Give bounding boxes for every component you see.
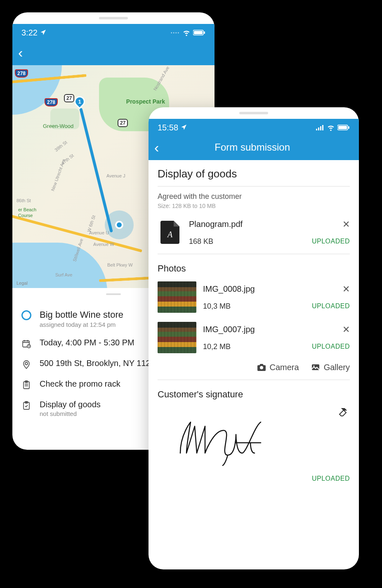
file-name: Planogram.pdf — [189, 220, 243, 229]
svg-point-5 — [25, 362, 28, 365]
wifi-icon — [327, 123, 335, 132]
camera-label: Camera — [270, 363, 299, 372]
map-legal-link[interactable]: Legal — [17, 281, 28, 286]
file-row-pdf: A Planogram.pdf ✕ 168 KB UPLOADED — [158, 215, 350, 254]
back-icon[interactable]: ‹ — [154, 140, 159, 154]
street-label: Course — [18, 213, 33, 218]
hwy-shield: 27 — [118, 119, 128, 127]
signature-drawing — [174, 414, 290, 468]
location-arrow-icon — [181, 123, 187, 132]
gallery-button[interactable]: Gallery — [311, 362, 350, 372]
camera-button[interactable]: Camera — [257, 362, 299, 372]
status-circle-icon — [21, 310, 31, 320]
header-bar: ‹ Form submission — [149, 136, 359, 160]
signature-heading: Customer's signature — [158, 389, 350, 400]
svg-rect-10 — [316, 129, 317, 130]
clipboard-icon — [21, 379, 32, 390]
svg-rect-1 — [194, 31, 203, 34]
status-bar: 15:58 — [149, 119, 359, 136]
wifi-icon — [182, 28, 191, 37]
street-label: 86th St — [17, 198, 31, 203]
location-arrow-icon — [40, 28, 47, 38]
notch-bar — [12, 12, 215, 24]
status-time: 3:22 — [21, 28, 38, 38]
svg-text:A: A — [167, 230, 173, 239]
svg-rect-15 — [338, 126, 347, 129]
signature-area[interactable] — [158, 405, 350, 475]
svg-rect-13 — [322, 125, 323, 130]
calendar-icon — [21, 338, 32, 349]
pin-icon — [21, 359, 32, 369]
field-label-agree: Agreed with the customer — [158, 192, 350, 201]
file-size: 10,2 MB — [203, 342, 231, 351]
street-label: er Beach — [18, 207, 36, 212]
upload-status: UPLOADED — [312, 343, 350, 350]
checklist-icon — [21, 400, 32, 411]
hwy-shield: 278 — [45, 98, 58, 106]
svg-point-18 — [260, 366, 263, 369]
upload-status: UPLOADED — [312, 238, 350, 245]
svg-rect-11 — [318, 128, 319, 130]
pdf-icon: A — [158, 217, 182, 247]
map-pin[interactable]: 1 — [72, 94, 87, 109]
header-bar: ‹ — [12, 41, 215, 65]
photo-row: IMG_0007.jpg ✕ 10,2 MB UPLOADED — [158, 319, 350, 360]
upload-status: UPLOADED — [158, 475, 350, 482]
photo-row: IMG_0008.jpg ✕ 10,3 MB UPLOADED — [158, 279, 350, 319]
file-name: IMG_0007.jpg — [203, 325, 255, 334]
battery-icon — [337, 125, 350, 130]
form-body: Display of goods Agreed with the custome… — [149, 160, 359, 490]
phone-right: 15:58 ‹ Form submission Display of goods… — [149, 107, 359, 569]
svg-rect-16 — [348, 126, 349, 129]
notch-bar — [149, 107, 359, 119]
form-title: Display of goods — [158, 168, 350, 180]
upload-status: UPLOADED — [312, 302, 350, 310]
route-line — [79, 108, 113, 232]
svg-rect-12 — [320, 126, 321, 130]
file-name: IMG_0008.jpg — [203, 284, 255, 294]
remove-file-icon[interactable]: ✕ — [342, 324, 350, 335]
status-bar: 3:22 •••• — [12, 24, 215, 41]
street-label: Surf Ave — [55, 272, 72, 277]
street-label: Belt Pkwy W — [107, 262, 133, 267]
cellular-dots-icon: •••• — [171, 31, 180, 35]
photos-heading: Photos — [158, 263, 350, 274]
battery-icon — [193, 30, 205, 35]
file-size: 10,3 MB — [203, 302, 231, 311]
remove-file-icon[interactable]: ✕ — [342, 284, 350, 295]
file-size: 168 KB — [189, 237, 213, 246]
remove-file-icon[interactable]: ✕ — [342, 219, 350, 230]
street-label: 39th St — [54, 140, 68, 153]
size-hint: Size: 128 KB to 10 MB — [158, 203, 350, 209]
eraser-icon[interactable] — [337, 406, 348, 417]
back-icon[interactable]: ‹ — [18, 45, 23, 59]
hwy-shield: 278 — [15, 69, 28, 78]
map-label-greenwood: Green-Wood — [43, 123, 73, 129]
street-label: Avenue J — [106, 173, 125, 178]
photo-thumbnail[interactable] — [158, 322, 196, 353]
header-title: Form submission — [164, 142, 341, 153]
status-time: 15:58 — [158, 123, 178, 132]
svg-rect-2 — [204, 31, 205, 34]
street-label: Avenue W — [93, 242, 114, 247]
gallery-label: Gallery — [324, 363, 350, 372]
street-label: New Utrecht Ave — [50, 158, 66, 192]
map-label-park: Prospect Park — [126, 98, 165, 105]
photo-thumbnail[interactable] — [158, 281, 196, 313]
svg-point-20 — [313, 366, 314, 367]
hwy-shield: 27 — [64, 94, 74, 102]
cellular-icon — [316, 125, 324, 130]
current-location-icon — [105, 210, 134, 239]
